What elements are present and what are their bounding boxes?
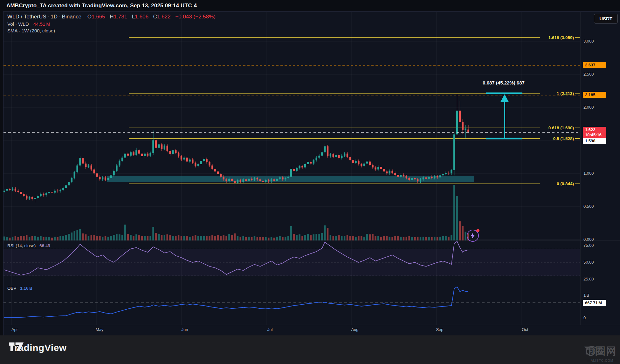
volume-bar — [335, 236, 337, 240]
volume-bar — [240, 237, 241, 240]
candle-body — [85, 164, 86, 167]
candle-body — [439, 175, 441, 177]
candle-body — [315, 158, 317, 160]
candle-body — [282, 177, 283, 179]
volume-bar — [48, 237, 50, 240]
candle-body — [335, 155, 337, 157]
volume-bar — [51, 238, 53, 240]
arrow-head[interactable] — [500, 94, 509, 102]
candle-body — [333, 154, 334, 157]
candle-body — [99, 177, 100, 179]
candle-body — [437, 176, 438, 177]
candle-body — [59, 190, 61, 191]
volume-bar — [403, 237, 404, 240]
volume-bar — [147, 236, 148, 240]
candle-body — [377, 167, 379, 169]
sma-legend-row[interactable]: SMA · 1W (200, close) — [7, 28, 216, 33]
candle-body — [285, 178, 286, 179]
volume-bar — [217, 235, 219, 240]
volume-bar — [223, 235, 224, 240]
volume-bar — [43, 237, 44, 240]
exchange-label: Binance — [62, 14, 81, 20]
candle-body — [96, 173, 98, 177]
candle-body — [358, 161, 359, 164]
volume-bar — [40, 236, 41, 240]
symbol-legend-row[interactable]: WLD / TetherUS·1D·Binance O1.665 H1.731 … — [7, 14, 216, 20]
notification-dot — [476, 229, 479, 232]
volume-bar — [141, 236, 143, 240]
candle-body — [318, 156, 320, 158]
volume-bar — [273, 238, 275, 240]
candle-body — [138, 150, 140, 153]
candle-body — [299, 166, 300, 168]
volume-bar — [389, 237, 390, 240]
candle-body — [124, 154, 126, 158]
fib-extension-annotation[interactable]: 0.687 (45.22%) 687 — [483, 80, 525, 85]
chart-canvas[interactable] — [3, 12, 620, 336]
sma-label: SMA · 1W (200, close) — [7, 28, 55, 33]
volume-bar — [124, 225, 126, 240]
alert-price-badge-2185: 2.185 — [583, 92, 606, 98]
volume-bar — [121, 235, 123, 240]
obv-label: OBV — [7, 286, 17, 291]
volume-bar — [178, 235, 179, 240]
volume-bar — [169, 235, 171, 240]
candle-body — [462, 122, 464, 130]
currency-badge[interactable]: USDT — [594, 14, 618, 24]
volume-bar — [242, 236, 244, 240]
volume-bar — [93, 235, 95, 240]
candle-body — [6, 189, 8, 191]
volume-bar — [400, 237, 402, 240]
change-value: −0.043 (−2.58%) — [172, 14, 216, 20]
symbol-title: WLD / TetherUS — [7, 14, 46, 20]
spark-lightning-icon[interactable] — [467, 230, 479, 242]
volume-bar — [318, 234, 320, 240]
volume-bar — [453, 185, 455, 240]
candle-body — [293, 169, 295, 171]
volume-bar — [164, 235, 165, 240]
volume-bar — [152, 227, 154, 241]
candle-body — [327, 146, 328, 156]
volume-bar — [158, 234, 160, 240]
candle-body — [161, 144, 162, 149]
candle-body — [54, 191, 56, 192]
candle-body — [169, 151, 171, 154]
volume-bar — [237, 236, 238, 240]
tradingview-logo[interactable]: TradingView — [9, 342, 67, 353]
volume-bar — [181, 236, 182, 240]
rsi-legend-row[interactable]: RSI (14, close) 66.49 — [7, 243, 50, 248]
volume-bar — [276, 237, 278, 240]
candle-body — [369, 162, 371, 165]
volume-bar — [105, 236, 106, 240]
volume-bar — [352, 236, 354, 240]
candle-body — [352, 160, 354, 163]
interval-label[interactable]: 1D — [51, 14, 58, 20]
volume-bar — [425, 237, 427, 240]
volume-bar — [268, 238, 269, 240]
candle-body — [453, 134, 455, 170]
obv-tick: 1 B — [583, 293, 589, 298]
candle-body — [307, 162, 309, 164]
volume-bar — [211, 235, 213, 240]
volume-bar — [74, 231, 75, 240]
volume-bar — [456, 196, 458, 240]
candle-body — [240, 180, 241, 182]
high-value: 1.731 — [114, 14, 127, 20]
volume-bar — [68, 234, 70, 240]
candle-body — [144, 154, 146, 156]
candle-body — [451, 170, 452, 173]
volume-bar — [290, 226, 292, 240]
volume-bar — [186, 236, 188, 240]
volume-bar — [391, 237, 393, 240]
candle-body — [133, 152, 134, 155]
volume-bar — [37, 237, 38, 240]
candle-body — [149, 153, 151, 156]
volume-legend-row[interactable]: Vol · WLD 44.51 M — [7, 21, 216, 27]
volume-bar — [366, 234, 368, 240]
candle-body — [228, 179, 230, 181]
candle-body — [242, 179, 244, 182]
obv-legend-row[interactable]: OBV 1.16 B — [7, 286, 32, 291]
volume-bar — [234, 233, 236, 240]
volume-bar — [245, 237, 247, 240]
candle-body — [231, 179, 233, 181]
